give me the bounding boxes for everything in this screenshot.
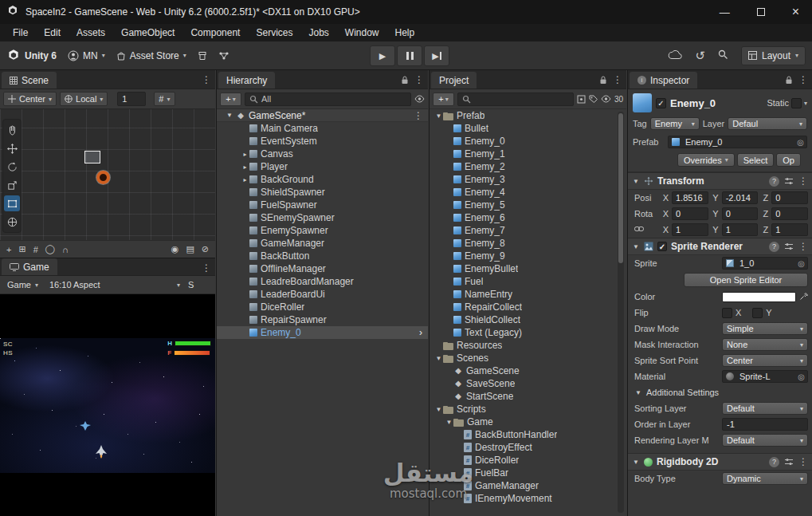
tab-hierarchy[interactable]: Hierarchy <box>218 72 275 89</box>
create-asset-button[interactable]: +▾ <box>433 93 454 106</box>
minimize-button[interactable]: — <box>720 7 730 18</box>
panel-menu-icon[interactable]: ⋮ <box>613 74 622 85</box>
tool-handle-rotation-button[interactable]: Local ▾ <box>60 92 108 106</box>
project-item[interactable]: ShieldCollect <box>430 313 626 326</box>
static-checkbox[interactable] <box>791 98 802 108</box>
object-name[interactable]: Enemy_0 <box>670 97 716 109</box>
panel-menu-icon[interactable]: ⋮ <box>202 74 211 85</box>
hierarchy-item[interactable]: ▸Player <box>217 160 428 173</box>
scene-enemy-sprite[interactable] <box>96 171 110 184</box>
foldout-open-icon[interactable]: ▼ <box>434 112 443 120</box>
hierarchy-item[interactable]: EnemySpawner <box>217 224 428 237</box>
search-by-label-icon[interactable] <box>589 95 598 104</box>
transform-y-field[interactable]: -2.014 <box>722 191 759 204</box>
project-item[interactable]: ▼Prefab <box>430 109 626 122</box>
hierarchy-item[interactable]: ▸Canvas <box>217 148 428 160</box>
project-item[interactable]: FuelBar <box>430 467 626 479</box>
presets-icon[interactable] <box>784 458 794 466</box>
body-type-dropdown[interactable]: Dynamic ▾ <box>722 472 808 485</box>
help-icon[interactable]: ? <box>769 242 779 252</box>
project-item[interactable]: Text (Legacy) <box>430 326 626 339</box>
game-viewport[interactable]: SC HS H F <box>0 294 215 516</box>
hierarchy-item[interactable]: BackButton <box>217 250 428 262</box>
pivot-center-icon[interactable]: ⊞ <box>18 244 25 254</box>
hierarchy-search-input[interactable]: All <box>245 93 411 106</box>
hierarchy-item[interactable]: LeadreBoardManager <box>217 275 428 288</box>
foldout-open-icon[interactable]: ▼ <box>226 112 236 119</box>
panel-menu-icon[interactable]: ⋮ <box>414 74 424 85</box>
project-item[interactable]: RepairCollect <box>430 301 626 313</box>
menu-window[interactable]: Window <box>337 27 387 38</box>
transform-header[interactable]: ▼ Transform ? ⋮ <box>628 172 812 190</box>
project-item[interactable]: DestroyEffect <box>430 441 626 454</box>
tab-inspector[interactable]: i Inspector <box>630 72 697 89</box>
step-button[interactable]: ▶ <box>424 45 449 66</box>
project-item[interactable]: Fuel <box>430 275 626 288</box>
project-item[interactable]: SaveScene <box>430 377 626 390</box>
scale-tool-icon[interactable] <box>4 177 20 193</box>
object-picker-icon[interactable]: ◎ <box>798 372 805 381</box>
lock-icon[interactable] <box>599 76 607 85</box>
project-item[interactable]: IEnemyMovement <box>430 492 626 505</box>
component-menu-icon[interactable]: ⋮ <box>798 175 808 187</box>
grid-visibility-button[interactable]: # ▾ <box>154 92 175 106</box>
help-icon[interactable]: ? <box>769 457 779 467</box>
property-draw-mode-dropdown[interactable]: Simple▾ <box>722 322 808 335</box>
menu-help[interactable]: Help <box>387 27 423 38</box>
version-control-button[interactable] <box>218 51 229 61</box>
overrides-button[interactable]: Overrides▾ <box>677 153 735 167</box>
foldout-open-icon[interactable]: ▼ <box>434 355 443 362</box>
project-item[interactable]: Enemy_4 <box>430 186 626 199</box>
transform-z-field[interactable]: 0 <box>771 207 808 220</box>
scene-options-icon[interactable]: ⋮ <box>414 110 428 121</box>
hierarchy-item[interactable]: RepairSpawner <box>217 313 428 326</box>
snap-magnet-icon[interactable]: ∩ <box>62 245 69 254</box>
game-display-dropdown[interactable]: Game ▾ <box>4 278 41 292</box>
additional-settings-foldout[interactable]: ▼ Additional Settings <box>628 384 812 400</box>
static-flags-dropdown-icon[interactable]: ▾ <box>804 100 807 107</box>
object-picker-icon[interactable]: ◎ <box>798 259 805 268</box>
undo-history-button[interactable]: ↺ <box>695 49 705 63</box>
open-button[interactable]: Op <box>776 153 801 167</box>
hierarchy-item[interactable]: OfflineManager <box>217 262 428 275</box>
project-item[interactable]: Enemy_5 <box>430 199 626 211</box>
cloud-button[interactable] <box>668 49 682 62</box>
transform-x-field[interactable]: 0 <box>672 207 708 220</box>
gizmos-toggle-icon[interactable]: ⊘ <box>202 244 209 254</box>
transform-z-field[interactable]: 0 <box>771 191 808 204</box>
asset-store-menu-button[interactable]: Asset Store ▾ <box>116 50 186 61</box>
open-sprite-editor-button[interactable]: Open Sprite Editor <box>684 273 808 287</box>
project-item[interactable]: GameScene <box>430 364 626 377</box>
tab-scene[interactable]: Scene <box>2 72 57 89</box>
foldout-open-icon[interactable]: ▼ <box>632 243 640 250</box>
hierarchy-item[interactable]: EventSystem <box>217 135 428 148</box>
scene-viewport[interactable]: +⊞#◯∩◉▤⊘ <box>0 109 215 258</box>
hidden-packages-eye-icon[interactable] <box>601 95 611 103</box>
tab-game[interactable]: Game <box>2 258 57 275</box>
rotate-tool-icon[interactable] <box>4 159 20 175</box>
sprite-object-field[interactable]: 1_0 ◎ <box>722 257 808 270</box>
project-item[interactable]: EnemyBullet <box>430 262 626 275</box>
scene-visibility-icon[interactable] <box>414 95 425 103</box>
transform-tool-icon[interactable] <box>4 214 20 230</box>
help-icon[interactable]: ? <box>769 176 779 187</box>
transform-x-field[interactable]: 1.8516 <box>672 191 708 204</box>
project-item[interactable]: Enemy_0 <box>430 135 626 148</box>
tool-handle-position-button[interactable]: Center ▾ <box>3 92 57 106</box>
transform-z-field[interactable]: 1 <box>771 223 808 236</box>
close-button[interactable]: × <box>792 6 799 18</box>
transform-y-field[interactable]: 1 <box>722 223 759 236</box>
project-item[interactable]: NameEntry <box>430 288 626 301</box>
project-item[interactable]: Enemy_6 <box>430 211 626 224</box>
property-rendering-layer-m-dropdown[interactable]: Default▾ <box>722 434 808 447</box>
prefab-object-field[interactable]: Enemy_0 ◎ <box>668 136 807 148</box>
foldout-open-icon[interactable]: ▼ <box>632 459 640 466</box>
panel-menu-icon[interactable]: ⋮ <box>798 74 808 85</box>
package-icon-button[interactable] <box>198 51 207 61</box>
property-mask-interaction-dropdown[interactable]: None▾ <box>722 338 808 351</box>
color-swatch[interactable] <box>722 292 796 302</box>
create-object-button[interactable]: +▾ <box>220 93 241 106</box>
sphere-gizmo-icon[interactable]: ◯ <box>45 244 55 254</box>
component-menu-icon[interactable]: ⋮ <box>798 241 808 252</box>
select-button[interactable]: Select <box>737 153 775 167</box>
